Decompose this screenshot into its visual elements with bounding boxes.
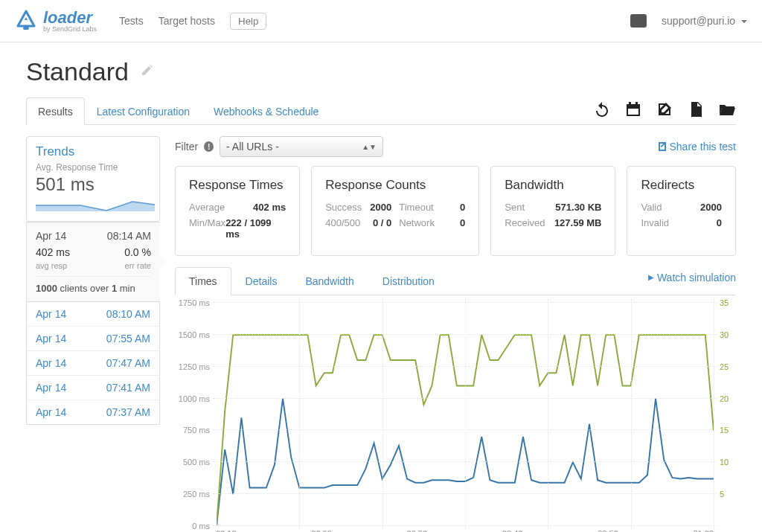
filter-label: Filter: [175, 141, 198, 153]
document-icon[interactable]: [687, 100, 705, 118]
caret-down-icon: [741, 20, 747, 23]
current-test-box[interactable]: Apr 14 08:14 AM 402 ms 0.0 % avg resp er…: [26, 222, 160, 302]
chat-icon[interactable]: [630, 14, 647, 28]
svg-rect-4: [635, 102, 638, 106]
history-list: Apr 1408:10 AM Apr 1407:55 AM Apr 1407:4…: [26, 302, 160, 425]
sub-tab-bandwidth[interactable]: Bandwidth: [291, 267, 368, 295]
select-arrows-icon: ▲▼: [362, 143, 377, 151]
trends-box[interactable]: Trends Avg. Response Time 501 ms: [26, 136, 160, 222]
sub-tab-details[interactable]: Details: [231, 267, 292, 295]
page-header: Standard: [0, 42, 762, 86]
user-menu[interactable]: support@puri.io: [662, 15, 747, 27]
sub-tabs: Times Details Bandwidth Distribution ▶ W…: [175, 267, 736, 295]
card-title: Response Counts: [325, 178, 465, 193]
history-item[interactable]: Apr 1407:47 AM: [27, 351, 159, 376]
sub-tab-times[interactable]: Times: [175, 267, 231, 295]
play-icon: ▶: [648, 273, 654, 281]
svg-rect-2: [627, 104, 640, 107]
brand-subtitle: by SendGrid Labs: [43, 26, 97, 33]
card-title: Response Times: [189, 178, 286, 193]
filter-selected: - All URLs -: [226, 141, 279, 153]
sub-tab-distribution[interactable]: Distribution: [368, 267, 449, 295]
history-item[interactable]: Apr 1407:37 AM: [27, 400, 159, 424]
metric-cards: Response Times Average402 ms Min/Max222 …: [175, 166, 736, 256]
filter-select[interactable]: - All URLs - ▲▼: [220, 136, 383, 157]
refresh-icon[interactable]: [593, 100, 611, 118]
chart-area: 0 ms250 ms500 ms750 ms1000 ms1250 ms1500…: [175, 303, 736, 526]
edit-icon[interactable]: [140, 63, 155, 81]
watch-simulation-link[interactable]: ▶ Watch simulation: [648, 272, 736, 291]
card-title: Bandwidth: [505, 178, 601, 193]
history-item[interactable]: Apr 1407:55 AM: [27, 327, 159, 351]
content: Trends Avg. Response Time 501 ms Apr 14 …: [0, 125, 762, 532]
trends-subtitle: Avg. Response Time: [36, 162, 150, 173]
nav-tests[interactable]: Tests: [119, 15, 144, 27]
card-bandwidth: Bandwidth Sent571.30 KB Received127.59 M…: [490, 166, 615, 256]
loader-logo-icon: [15, 10, 37, 32]
page-title: Standard: [26, 57, 129, 86]
current-err: 0.0 %: [124, 246, 151, 258]
card-redirects: Redirects Valid2000 Invalid0: [627, 166, 736, 256]
nav-links: Tests Target hosts Help: [119, 13, 266, 30]
tab-webhooks-schedule[interactable]: Webhooks & Schedule: [202, 97, 330, 125]
clients-line: 1000 clients over 1 min: [36, 276, 151, 294]
current-resp-label: avg resp: [36, 261, 67, 270]
card-title: Redirects: [641, 178, 722, 193]
main: Filter ! - All URLs - ▲▼ Share this test…: [175, 136, 736, 532]
nav-target-hosts[interactable]: Target hosts: [159, 15, 215, 27]
svg-rect-3: [629, 102, 631, 106]
y-axis-left: 0 ms250 ms500 ms750 ms1000 ms1250 ms1500…: [175, 303, 216, 526]
brand-name: loader: [43, 10, 97, 26]
card-response-times: Response Times Average402 ms Min/Max222 …: [175, 166, 300, 256]
current-date: Apr 14: [36, 230, 66, 242]
main-tabs: Results Latest Configuration Webhooks & …: [26, 97, 736, 125]
topbar: loader by SendGrid Labs Tests Target hos…: [0, 0, 762, 42]
y-axis-right: 5101520253035: [714, 303, 736, 526]
help-button[interactable]: Help: [230, 13, 266, 30]
share-icon: [656, 141, 667, 152]
info-icon[interactable]: !: [204, 141, 214, 152]
current-err-label: err rate: [125, 261, 151, 270]
tab-latest-configuration[interactable]: Latest Configuration: [85, 97, 202, 125]
svg-rect-0: [23, 27, 29, 30]
trends-title: Trends: [36, 144, 150, 159]
folder-open-icon[interactable]: [718, 100, 736, 118]
sidebar: Trends Avg. Response Time 501 ms Apr 14 …: [26, 136, 160, 532]
user-email: support@puri.io: [662, 15, 735, 27]
action-icons: [593, 100, 736, 118]
trends-sparkline: [36, 198, 155, 211]
svg-rect-5: [628, 109, 638, 115]
tab-results[interactable]: Results: [26, 97, 85, 125]
history-item[interactable]: Apr 1407:41 AM: [27, 376, 159, 400]
card-response-counts: Response Counts Success2000 400/5000 / 0…: [311, 166, 479, 256]
brand[interactable]: loader by SendGrid Labs: [15, 10, 97, 33]
edit-square-icon[interactable]: [656, 100, 673, 118]
current-time: 08:14 AM: [107, 230, 151, 242]
calendar-icon[interactable]: [624, 100, 642, 118]
history-item[interactable]: Apr 1408:10 AM: [27, 302, 159, 327]
share-link[interactable]: Share this test: [656, 141, 737, 153]
current-resp: 402 ms: [36, 246, 70, 258]
filter-row: Filter ! - All URLs - ▲▼ Share this test: [175, 136, 736, 157]
trends-value: 501 ms: [36, 174, 150, 195]
chart-plot[interactable]: [216, 303, 714, 526]
